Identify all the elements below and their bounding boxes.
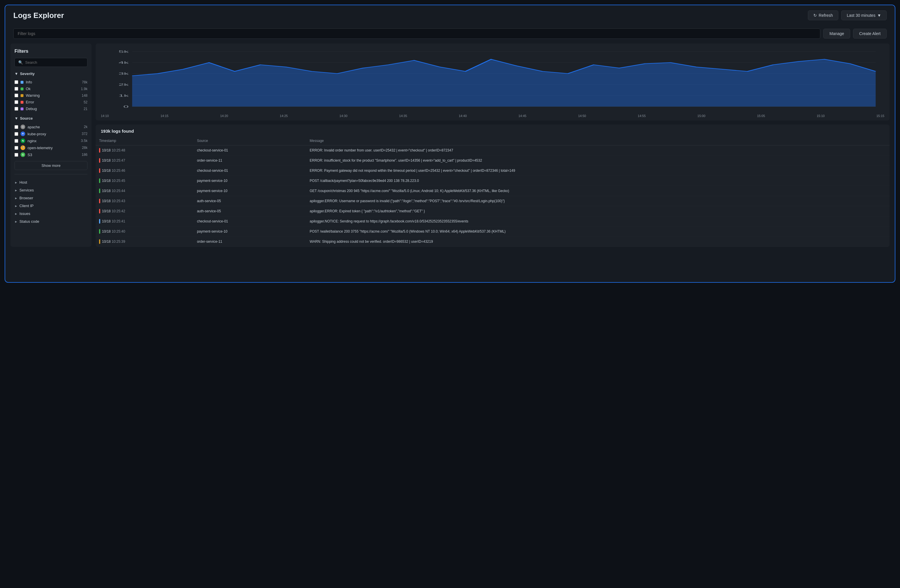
timestamp-cell: 10/18 10:25:47 [96, 155, 194, 166]
table-row[interactable]: 10/18 10:25:48checkout-service-01ERROR: … [96, 146, 889, 155]
severity-count: 148 [82, 93, 87, 98]
chevron-right-icon: ► [14, 189, 18, 192]
refresh-button[interactable]: ↻ Refresh [808, 11, 838, 20]
chevron-right-icon: ► [14, 196, 18, 200]
collapsible-browser[interactable]: ►Browser [14, 194, 87, 202]
show-more-button[interactable]: Show more [14, 161, 87, 170]
header: Logs Explorer ↻ Refresh Last 30 minutes … [5, 5, 895, 25]
table-row[interactable]: 10/18 10:25:46checkout-service-01ERROR: … [96, 166, 889, 176]
severity-section-header[interactable]: ▼ Severity [14, 71, 87, 76]
source-icon: 🔭 [20, 146, 25, 150]
create-alert-button[interactable]: Create Alert [853, 29, 887, 39]
logs-table-body: 10/18 10:25:48checkout-service-01ERROR: … [96, 146, 889, 247]
source-section-header[interactable]: ▼ Source [14, 116, 87, 121]
collapsible-label: Host [19, 180, 27, 185]
source-icon: ✦ [20, 132, 25, 136]
source-item[interactable]: N nginx 3.5k [14, 137, 87, 144]
collapsible-services[interactable]: ►Services [14, 186, 87, 194]
severity-item[interactable]: Warning 148 [14, 92, 87, 99]
source-checkbox[interactable] [14, 132, 18, 136]
source-checkbox[interactable] [14, 146, 18, 150]
table-row[interactable]: 10/18 10:25:39order-service-11WARN: Ship… [96, 237, 889, 247]
timestamp-cell: 10/18 10:25:41 [96, 216, 194, 227]
severity-item[interactable]: Error 52 [14, 99, 87, 105]
severity-count: 78k [82, 80, 87, 84]
chart-x-label: 14:20 [220, 114, 228, 118]
refresh-icon: ↻ [813, 13, 817, 18]
table-row[interactable]: 10/18 10:25:41checkout-service-01apilogg… [96, 216, 889, 227]
message-cell: apilogger.NOTICE: Sending request to htt… [306, 216, 889, 227]
date: 10/18 [102, 189, 112, 193]
time-range-button[interactable]: Last 30 minutes ▼ [841, 11, 887, 20]
source-cell: order-service-11 [194, 155, 306, 166]
source-checkbox[interactable] [14, 125, 18, 129]
chart-x-label: 14:50 [578, 114, 586, 118]
severity-name: Info [26, 80, 32, 84]
level-indicator [99, 148, 100, 153]
source-cell: checkout-service-01 [194, 166, 306, 176]
filter-input-wrapper[interactable] [13, 28, 820, 39]
severity-checkbox[interactable] [14, 93, 18, 97]
table-row[interactable]: 10/18 10:25:47order-service-11ERROR: ins… [96, 155, 889, 166]
svg-text:0: 0 [123, 105, 129, 108]
filter-input[interactable] [18, 31, 816, 36]
severity-item[interactable]: Ok 1.9k [14, 85, 87, 92]
source-cell: payment-service-10 [194, 176, 306, 186]
level-indicator [99, 189, 100, 193]
table-row[interactable]: 10/18 10:25:42auth-service-05apilogger.E… [96, 206, 889, 216]
collapsible-client-ip[interactable]: ►Client IP [14, 202, 87, 210]
severity-item[interactable]: Info 78k [14, 79, 87, 85]
date: 10/18 [102, 179, 112, 183]
severity-name: Debug [26, 107, 37, 111]
severity-checkbox[interactable] [14, 100, 18, 104]
severity-item[interactable]: Debug 21 [14, 105, 87, 112]
collapsible-status-code[interactable]: ►Status code [14, 217, 87, 225]
date: 10/18 [102, 169, 112, 173]
table-row[interactable]: 10/18 10:25:43auth-service-05apilogger.E… [96, 196, 889, 206]
collapsibles-list: ►Host►Services►Browser►Client IP►Issues►… [14, 178, 87, 225]
source-count: 2k [84, 125, 87, 129]
source-item[interactable]: ⊙ apache 2k [14, 123, 87, 130]
chevron-down-icon: ▼ [14, 116, 18, 121]
collapsible-host[interactable]: ►Host [14, 178, 87, 186]
source-count: 186 [82, 153, 87, 157]
date: 10/18 [102, 239, 112, 244]
svg-text:3k: 3k [118, 72, 129, 75]
source-checkbox[interactable] [14, 139, 18, 143]
severity-checkbox[interactable] [14, 107, 18, 111]
level-indicator [99, 178, 100, 183]
time: 10:25:39 [112, 239, 125, 244]
severity-count: 21 [84, 107, 87, 111]
time-range-label: Last 30 minutes [847, 13, 875, 18]
severity-checkbox[interactable] [14, 87, 18, 91]
timestamp-cell: 10/18 10:25:46 [96, 166, 194, 176]
time: 10:25:48 [112, 148, 125, 152]
table-row[interactable]: 10/18 10:25:40payment-service-10POST /wa… [96, 227, 889, 237]
page-title: Logs Explorer [13, 11, 64, 20]
source-name: apache [28, 125, 40, 129]
search-box[interactable]: 🔍 [14, 58, 87, 67]
column-header: Source [194, 137, 306, 146]
source-item[interactable]: S S3 186 [14, 151, 87, 158]
source-name: open-telemetry [28, 146, 53, 150]
collapsible-issues[interactable]: ►Issues [14, 210, 87, 217]
level-indicator [99, 239, 100, 244]
severity-list: Info 78k Ok 1.9k Warning 148 Error 52 De… [14, 79, 87, 112]
date: 10/18 [102, 148, 112, 152]
sidebar-search-input[interactable] [25, 60, 84, 65]
chart-x-label: 14:10 [101, 114, 109, 118]
source-item[interactable]: ✦ kube-proxy 372 [14, 130, 87, 137]
source-count: 28k [82, 146, 87, 150]
message-cell: GET /coupon/christmas 200 945 "https://a… [306, 186, 889, 196]
table-row[interactable]: 10/18 10:25:45payment-service-10POST /ca… [96, 176, 889, 186]
table-row[interactable]: 10/18 10:25:44payment-service-10GET /cou… [96, 186, 889, 196]
source-item[interactable]: 🔭 open-telemetry 28k [14, 144, 87, 151]
message-cell: apilogger.ERROR: Username or password is… [306, 196, 889, 206]
time: 10:25:45 [112, 179, 125, 183]
date: 10/18 [102, 158, 112, 163]
column-header: Message [306, 137, 889, 146]
collapsible-label: Issues [19, 211, 30, 216]
severity-checkbox[interactable] [14, 80, 18, 84]
source-checkbox[interactable] [14, 153, 18, 157]
manage-button[interactable]: Manage [823, 29, 850, 39]
